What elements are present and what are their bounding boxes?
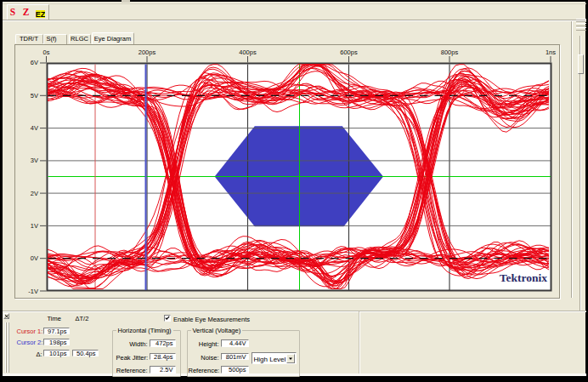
svg-text:EZ: EZ	[36, 10, 45, 18]
